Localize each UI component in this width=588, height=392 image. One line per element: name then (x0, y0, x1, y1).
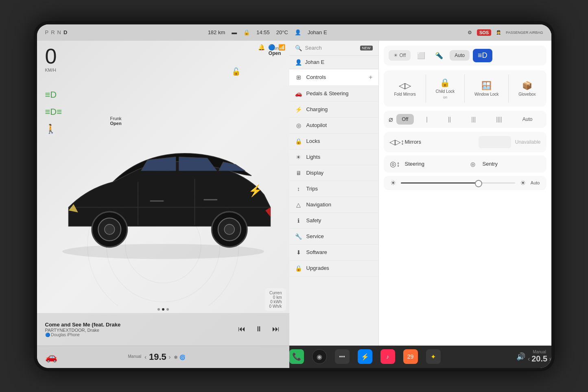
headlight-auto-button[interactable]: Auto (450, 50, 470, 61)
wiper-speed-3[interactable]: ||| (468, 114, 479, 124)
steering-feature-row: ◎↕ Steering ◎ Sentry (384, 155, 546, 173)
bluetooth-media-icon: 🔵 (45, 333, 50, 337)
menu-item-locks[interactable]: 🔒 Locks (289, 134, 378, 149)
menu-item-software[interactable]: ⬇ Software (289, 245, 378, 261)
safety-label: Safety (306, 217, 373, 223)
bluetooth-icon-top[interactable]: 🔵 (268, 44, 275, 50)
prev-button[interactable]: ⏮ (236, 323, 247, 335)
upgrades-icon: 🔒 (295, 265, 302, 272)
menu-item-service[interactable]: 🔧 Service (289, 229, 378, 245)
dot-1[interactable] (157, 308, 160, 311)
menu-item-lights[interactable]: ☀ Lights (289, 149, 378, 165)
dot-2[interactable] (162, 308, 164, 311)
more-taskbar-icon[interactable]: ••• (335, 349, 350, 364)
main-content: 🔔 🔵 📶 0 KM/H Trunk Open ≡D (37, 41, 551, 346)
wiper-speed-1[interactable]: | (423, 114, 431, 124)
car-icon-bottom: 🚗 (45, 351, 57, 363)
media-title: Come and See Me (feat. Drake (45, 322, 230, 328)
search-bar[interactable]: 🔍 Search NEW (289, 41, 378, 56)
signal-icon[interactable]: 📶 (278, 44, 285, 50)
settings-icon-status[interactable]: ⚙ (468, 30, 472, 35)
temp-up-button[interactable]: › (169, 354, 171, 360)
gear-p[interactable]: P (45, 29, 49, 35)
ac-icon[interactable]: ❄ (174, 355, 178, 360)
right-temp-control: Manual ‹ 20.5 › (528, 350, 551, 364)
bell-icon[interactable]: 🔔 (258, 44, 265, 50)
calendar-taskbar-icon[interactable]: 29 (403, 349, 418, 364)
brightness-auto-label[interactable]: Auto (531, 180, 540, 185)
headlight-low-button[interactable]: 🔦 (432, 49, 446, 62)
wiper-speed-2[interactable]: || (445, 114, 454, 124)
games-taskbar-icon[interactable]: ✦ (426, 349, 441, 364)
headlight-off-button[interactable]: ☀ Off (389, 50, 411, 61)
trip-kwh: 0 kWh (269, 300, 282, 304)
gear-r[interactable]: R (51, 29, 55, 35)
mirror-controls-section: ◁▷ Fold Mirrors 🔒 Child Lock on (384, 70, 546, 107)
sos-btn[interactable]: SOS (477, 29, 491, 36)
menu-item-display[interactable]: 🖥 Display (289, 165, 378, 181)
page-indicator (37, 306, 289, 313)
menu-item-upgrades[interactable]: 🔒 Upgrades (289, 261, 378, 276)
child-lock-control[interactable]: 🔒 Child Lock on (431, 74, 460, 103)
new-badge: NEW (360, 46, 373, 50)
glovebox-icon: 📦 (522, 81, 532, 90)
search-input[interactable]: Search (305, 45, 357, 51)
menu-item-pedals[interactable]: 🚗 Pedals & Steering (289, 86, 378, 102)
menu-item-navigation[interactable]: △ Navigation (289, 197, 378, 213)
speed-value: 0 (45, 46, 57, 67)
trip-info: Curren 0 km 0 kWh 0 Wh/k (265, 288, 286, 311)
trips-label: Trips (306, 186, 373, 192)
right-temp-row: ‹ 20.5 › (528, 354, 551, 364)
fan-icon[interactable]: 🌀 (179, 355, 186, 360)
wiper-auto-button[interactable]: Auto (519, 115, 536, 124)
camera-taskbar-icon[interactable]: ◉ (312, 349, 327, 364)
divider-1 (426, 74, 426, 103)
prnd-display: P R N D (45, 29, 68, 35)
right-temp-left-arrow[interactable]: ‹ (528, 355, 530, 363)
wiper-off-button[interactable]: Off (396, 114, 414, 125)
controls-icon: ⊞ (295, 74, 302, 81)
play-pause-button[interactable]: ⏸ (254, 323, 264, 335)
menu-item-controls[interactable]: ⊞ Controls + (289, 69, 378, 86)
menu-item-charging[interactable]: ⚡ Charging (289, 102, 378, 118)
right-volume-icon[interactable]: 🔊 (516, 352, 525, 361)
user-icon-status: 👤 (295, 29, 301, 35)
service-icon: 🔧 (295, 233, 302, 240)
next-button[interactable]: ⏭ (271, 323, 281, 335)
wiper-speed-4[interactable]: |||| (493, 114, 505, 124)
media-info: Come and See Me (feat. Drake PARTYNEXTDO… (45, 322, 230, 337)
controls-add-icon[interactable]: + (369, 74, 372, 81)
phone-taskbar-icon[interactable]: 📞 (289, 349, 304, 364)
brightness-slider[interactable] (401, 182, 515, 184)
sentry-feature-label: Sentry (483, 161, 541, 167)
gear-d[interactable]: D (63, 29, 67, 35)
left-panel: 🔔 🔵 📶 0 KM/H Trunk Open ≡D (37, 41, 289, 346)
music-taskbar-icon[interactable]: ♪ (380, 349, 395, 364)
temp-control: Manual ‹ 19.5 › ❄ 🌀 (128, 352, 186, 362)
left-bottom-bar: 🚗 Manual ‹ 19.5 › ❄ 🌀 (37, 346, 289, 368)
dot-3[interactable] (166, 308, 169, 311)
lights-icon: ☀ (295, 154, 302, 160)
trunk-unlock-icon[interactable]: 🔓 (232, 68, 240, 76)
locks-label: Locks (306, 138, 373, 144)
autopilot-icon: ◎ (295, 122, 302, 129)
status-center: 182 km ▬ 🔒 14:55 20°C 👤 Johan E (208, 29, 327, 35)
menu-item-trips[interactable]: ↕ Trips (289, 181, 378, 197)
bluetooth-taskbar-icon[interactable]: ⚡ (358, 349, 372, 364)
right-temp-right-arrow[interactable]: › (549, 355, 551, 363)
temp-down-button[interactable]: ‹ (144, 354, 146, 360)
mirrors-feature-row: ◁▷↕ Mirrors Unavailable (384, 132, 546, 152)
window-lock-control[interactable]: 🪟 Window Lock (470, 77, 503, 100)
headlight-off-label: Off (400, 53, 406, 58)
gear-n[interactable]: N (57, 29, 61, 35)
software-icon: ⬇ (295, 249, 302, 256)
headlight-sidelights-button[interactable]: ⬜ (414, 49, 428, 62)
menu-item-autopilot[interactable]: ◎ Autopilot (289, 118, 378, 134)
glovebox-control[interactable]: 📦 Glovebox (514, 77, 540, 100)
speed-unit: KM/H (45, 68, 57, 72)
menu-item-safety[interactable]: ℹ Safety (289, 213, 378, 229)
headlight-highbeam-button[interactable]: ≡D (473, 49, 492, 62)
fold-mirrors-control[interactable]: ◁▷ Fold Mirrors (389, 77, 420, 100)
glovebox-label: Glovebox (518, 92, 536, 96)
car-image-area: ⚡ (37, 77, 289, 306)
